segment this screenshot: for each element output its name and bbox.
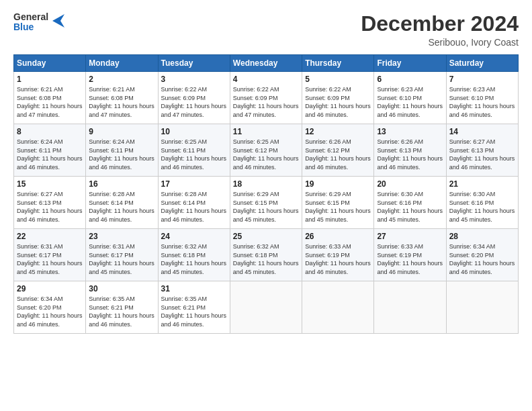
day-info: Sunrise: 6:21 AMSunset: 6:08 PMDaylight:… [17, 86, 83, 118]
page: General Blue December 2024 Seribouo, Ivo… [0, 0, 532, 411]
day-number: 6 [377, 75, 443, 84]
day-info: Sunrise: 6:27 AMSunset: 6:13 PMDaylight:… [17, 191, 83, 223]
table-cell: 11 Sunrise: 6:25 AMSunset: 6:12 PMDaylig… [230, 124, 302, 177]
table-cell: 15 Sunrise: 6:27 AMSunset: 6:13 PMDaylig… [14, 177, 86, 229]
day-number: 26 [305, 232, 371, 241]
day-info: Sunrise: 6:31 AMSunset: 6:17 PMDaylight:… [17, 243, 83, 275]
calendar-subtitle: Seribouo, Ivory Coast [361, 37, 519, 48]
table-cell [302, 281, 374, 334]
day-number: 25 [233, 232, 299, 241]
table-cell: 21 Sunrise: 6:30 AMSunset: 6:16 PMDaylig… [446, 177, 518, 229]
table-cell: 3 Sunrise: 6:22 AMSunset: 6:09 PMDayligh… [158, 72, 230, 124]
table-cell: 22 Sunrise: 6:31 AMSunset: 6:17 PMDaylig… [14, 229, 86, 281]
table-cell: 26 Sunrise: 6:33 AMSunset: 6:19 PMDaylig… [302, 229, 374, 281]
day-info: Sunrise: 6:32 AMSunset: 6:18 PMDaylight:… [233, 243, 299, 275]
header: General Blue December 2024 Seribouo, Ivo… [13, 12, 519, 48]
day-number: 28 [449, 232, 515, 241]
table-cell [230, 281, 302, 334]
day-info: Sunrise: 6:29 AMSunset: 6:15 PMDaylight:… [305, 191, 371, 223]
header-row: SundayMondayTuesdayWednesdayThursdayFrid… [14, 55, 519, 72]
header-friday: Friday [374, 55, 446, 72]
day-number: 7 [449, 75, 515, 84]
table-cell: 13 Sunrise: 6:26 AMSunset: 6:13 PMDaylig… [374, 124, 446, 177]
day-info: Sunrise: 6:28 AMSunset: 6:14 PMDaylight:… [89, 191, 154, 223]
table-cell: 6 Sunrise: 6:23 AMSunset: 6:10 PMDayligh… [374, 72, 446, 124]
day-number: 16 [89, 179, 154, 189]
table-cell: 5 Sunrise: 6:22 AMSunset: 6:09 PMDayligh… [302, 72, 374, 124]
day-info: Sunrise: 6:23 AMSunset: 6:10 PMDaylight:… [377, 86, 443, 118]
day-info: Sunrise: 6:34 AMSunset: 6:20 PMDaylight:… [449, 243, 515, 275]
day-info: Sunrise: 6:30 AMSunset: 6:16 PMDaylight:… [449, 191, 515, 223]
day-number: 18 [233, 179, 299, 189]
day-info: Sunrise: 6:33 AMSunset: 6:19 PMDaylight:… [377, 243, 443, 275]
table-cell: 4 Sunrise: 6:22 AMSunset: 6:09 PMDayligh… [230, 72, 302, 124]
week-row-5: 29 Sunrise: 6:34 AMSunset: 6:20 PMDaylig… [14, 281, 519, 334]
day-number: 4 [233, 75, 299, 84]
day-number: 5 [305, 75, 371, 84]
table-cell: 14 Sunrise: 6:27 AMSunset: 6:13 PMDaylig… [446, 124, 518, 177]
logo-bird-icon [50, 11, 64, 30]
day-number: 24 [161, 232, 227, 241]
day-number: 27 [377, 232, 443, 241]
day-info: Sunrise: 6:35 AMSunset: 6:21 PMDaylight:… [89, 295, 154, 328]
svg-marker-0 [52, 14, 64, 28]
day-number: 2 [89, 75, 154, 84]
day-number: 8 [17, 127, 83, 136]
table-cell: 19 Sunrise: 6:29 AMSunset: 6:15 PMDaylig… [302, 177, 374, 229]
day-number: 29 [17, 284, 83, 293]
week-row-4: 22 Sunrise: 6:31 AMSunset: 6:17 PMDaylig… [14, 229, 519, 281]
day-info: Sunrise: 6:34 AMSunset: 6:20 PMDaylight:… [17, 295, 83, 328]
logo-blue: Blue [13, 22, 48, 32]
calendar-header: SundayMondayTuesdayWednesdayThursdayFrid… [14, 55, 519, 72]
table-cell: 24 Sunrise: 6:32 AMSunset: 6:18 PMDaylig… [158, 229, 230, 281]
table-cell: 2 Sunrise: 6:21 AMSunset: 6:08 PMDayligh… [86, 72, 158, 124]
day-info: Sunrise: 6:23 AMSunset: 6:10 PMDaylight:… [449, 86, 515, 118]
table-cell: 17 Sunrise: 6:28 AMSunset: 6:14 PMDaylig… [158, 177, 230, 229]
day-info: Sunrise: 6:31 AMSunset: 6:17 PMDaylight:… [89, 243, 154, 275]
table-cell: 30 Sunrise: 6:35 AMSunset: 6:21 PMDaylig… [86, 281, 158, 334]
day-number: 17 [161, 179, 227, 189]
day-info: Sunrise: 6:30 AMSunset: 6:16 PMDaylight:… [377, 191, 443, 223]
day-info: Sunrise: 6:24 AMSunset: 6:11 PMDaylight:… [17, 138, 83, 171]
day-number: 15 [17, 179, 83, 189]
header-saturday: Saturday [446, 55, 518, 72]
table-cell: 29 Sunrise: 6:34 AMSunset: 6:20 PMDaylig… [14, 281, 86, 334]
calendar-table: SundayMondayTuesdayWednesdayThursdayFrid… [13, 54, 519, 334]
table-cell: 1 Sunrise: 6:21 AMSunset: 6:08 PMDayligh… [14, 72, 86, 124]
day-info: Sunrise: 6:26 AMSunset: 6:13 PMDaylight:… [377, 138, 443, 171]
table-cell: 10 Sunrise: 6:25 AMSunset: 6:11 PMDaylig… [158, 124, 230, 177]
day-info: Sunrise: 6:21 AMSunset: 6:08 PMDaylight:… [89, 86, 154, 118]
calendar-title: December 2024 [361, 12, 519, 36]
day-info: Sunrise: 6:24 AMSunset: 6:11 PMDaylight:… [89, 138, 154, 171]
table-cell: 20 Sunrise: 6:30 AMSunset: 6:16 PMDaylig… [374, 177, 446, 229]
header-thursday: Thursday [302, 55, 374, 72]
day-info: Sunrise: 6:25 AMSunset: 6:12 PMDaylight:… [233, 138, 299, 171]
table-cell: 16 Sunrise: 6:28 AMSunset: 6:14 PMDaylig… [86, 177, 158, 229]
title-block: December 2024 Seribouo, Ivory Coast [361, 12, 519, 48]
table-cell: 9 Sunrise: 6:24 AMSunset: 6:11 PMDayligh… [86, 124, 158, 177]
day-info: Sunrise: 6:33 AMSunset: 6:19 PMDaylight:… [305, 243, 371, 275]
day-info: Sunrise: 6:32 AMSunset: 6:18 PMDaylight:… [161, 243, 227, 275]
day-info: Sunrise: 6:29 AMSunset: 6:15 PMDaylight:… [233, 191, 299, 223]
day-info: Sunrise: 6:22 AMSunset: 6:09 PMDaylight:… [233, 86, 299, 118]
table-cell: 28 Sunrise: 6:34 AMSunset: 6:20 PMDaylig… [446, 229, 518, 281]
table-cell: 12 Sunrise: 6:26 AMSunset: 6:12 PMDaylig… [302, 124, 374, 177]
day-number: 12 [305, 127, 371, 136]
header-wednesday: Wednesday [230, 55, 302, 72]
day-number: 21 [449, 179, 515, 189]
logo: General Blue [13, 12, 64, 33]
header-tuesday: Tuesday [158, 55, 230, 72]
day-number: 13 [377, 127, 443, 136]
day-number: 23 [89, 232, 154, 241]
table-cell: 31 Sunrise: 6:35 AMSunset: 6:21 PMDaylig… [158, 281, 230, 334]
day-number: 3 [161, 75, 227, 84]
header-sunday: Sunday [14, 55, 86, 72]
table-cell: 23 Sunrise: 6:31 AMSunset: 6:17 PMDaylig… [86, 229, 158, 281]
day-number: 9 [89, 127, 154, 136]
week-row-3: 15 Sunrise: 6:27 AMSunset: 6:13 PMDaylig… [14, 177, 519, 229]
day-info: Sunrise: 6:26 AMSunset: 6:12 PMDaylight:… [305, 138, 371, 171]
logo-general: General [13, 12, 48, 22]
day-info: Sunrise: 6:22 AMSunset: 6:09 PMDaylight:… [305, 86, 371, 118]
week-row-2: 8 Sunrise: 6:24 AMSunset: 6:11 PMDayligh… [14, 124, 519, 177]
day-number: 22 [17, 232, 83, 241]
